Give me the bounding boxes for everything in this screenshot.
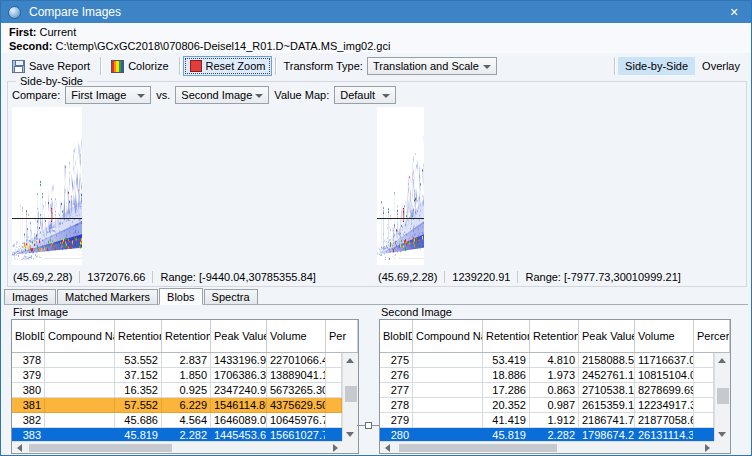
transform-type-combo[interactable]: Translation and Scale [367, 57, 497, 75]
table-splitter[interactable] [357, 421, 381, 430]
table-row-blob-382[interactable]: 38245.6864.5641646089.02210645976.723 [12, 413, 342, 428]
vertical-scrollbar[interactable] [714, 353, 730, 441]
column-header-blobid[interactable]: BlobID [12, 320, 45, 352]
cell: 2452761.123 [579, 368, 635, 382]
reset-zoom-button[interactable]: Reset Zoom [183, 56, 273, 76]
scroll-right-arrow-icon[interactable] [700, 441, 714, 454]
vertical-scrollbar[interactable] [342, 353, 358, 441]
scroll-left-arrow-icon[interactable] [380, 441, 394, 454]
table-row-blob-279[interactable]: 27941.4191.9122186741.74621877058.614 [380, 413, 714, 428]
column-header-retention-i[interactable]: Retention I [115, 320, 162, 352]
close-icon[interactable]: ✕ [717, 1, 751, 23]
first-chromatogram-image[interactable] [12, 107, 82, 265]
overlay-toggle[interactable]: Overlay [695, 57, 747, 75]
cell [326, 398, 342, 412]
tab-spectra[interactable]: Spectra [204, 289, 258, 304]
cell: 11716637.065 [635, 353, 694, 367]
column-header-peak-value[interactable]: Peak Value [579, 320, 635, 352]
cell: 278 [380, 398, 413, 412]
cell: 5673265.309 [267, 383, 326, 397]
cell [45, 368, 115, 382]
tab-matched-markers[interactable]: Matched Markers [57, 289, 158, 304]
cell: 380 [12, 383, 45, 397]
scrollbar-thumb[interactable] [345, 386, 357, 402]
first-table-label: First Image [13, 306, 68, 318]
scroll-left-arrow-icon[interactable] [12, 441, 26, 454]
first-image-combo[interactable]: First Image [65, 86, 151, 104]
status-separator [517, 271, 518, 283]
scrollbar-thumb[interactable] [399, 444, 557, 452]
tab-blobs[interactable]: Blobs [159, 288, 203, 305]
column-header-retention-ii[interactable]: Retention II [162, 320, 211, 352]
cell: 383 [12, 428, 45, 441]
cell: 0.925 [162, 383, 211, 397]
scrollbar-thumb[interactable] [29, 444, 172, 452]
tab-images[interactable]: Images [4, 289, 56, 304]
splitter-grip-icon[interactable] [365, 422, 372, 429]
reset-zoom-label: Reset Zoom [206, 60, 266, 72]
column-header-compound-name[interactable]: Compound Name [45, 320, 115, 352]
column-header-blobid[interactable]: BlobID [380, 320, 413, 352]
cell [326, 353, 342, 367]
floppy-disk-icon [12, 60, 25, 73]
table-row-blob-379[interactable]: 37937.1521.8501706386.33713889041.173 [12, 368, 342, 383]
column-header-percer[interactable]: Percer [694, 320, 730, 352]
table-row-blob-381[interactable]: 38157.5526.2291546114.8034375629.506 [12, 398, 342, 413]
cell: 10815104.026 [635, 368, 694, 382]
second-chromatogram-image[interactable] [377, 107, 424, 265]
transform-type-value: Translation and Scale [373, 60, 479, 72]
table-row-blob-280[interactable]: 28045.8192.2821798674.29226131114.340 [380, 428, 714, 441]
table-row-blob-378[interactable]: 37853.5522.8371433196.95422701066.453 [12, 353, 342, 368]
table-row-blob-380[interactable]: 38016.3520.9252347240.9325673265.309 [12, 383, 342, 398]
column-header-retention-i[interactable]: Retention I [483, 320, 530, 352]
horizontal-scrollbar[interactable] [380, 441, 714, 453]
cell [413, 353, 483, 367]
table-header: BlobIDCompound NameRetention IRetention … [380, 320, 730, 353]
scroll-down-arrow-icon[interactable] [715, 427, 729, 441]
column-header-per[interactable]: Per [326, 320, 358, 352]
value-range: Range: [-9440.04,30785355.84] [160, 271, 315, 283]
cursor-value: 1239220.91 [452, 271, 510, 283]
table-row-blob-277[interactable]: 27717.2860.8632710538.1008278699.691 [380, 383, 714, 398]
cell [413, 383, 483, 397]
status-separator [444, 271, 445, 283]
table-row-blob-276[interactable]: 27618.8861.9732452761.12310815104.026 [380, 368, 714, 383]
column-header-volume[interactable]: Volume [267, 320, 326, 352]
rainbow-palette-icon [111, 60, 124, 73]
scroll-down-arrow-icon[interactable] [343, 427, 357, 441]
scrollbar-thumb[interactable] [717, 388, 729, 404]
toolbar-separator [275, 57, 276, 75]
cell: 0.987 [530, 398, 579, 412]
column-header-volume[interactable]: Volume [635, 320, 694, 352]
value-range: Range: [-7977.73,30010999.21] [525, 271, 680, 283]
colorize-button[interactable]: Colorize [104, 56, 175, 77]
save-report-button[interactable]: Save Report [5, 56, 97, 77]
column-header-peak-value[interactable]: Peak Value [211, 320, 267, 352]
side-by-side-toggle[interactable]: Side-by-Side [618, 57, 695, 75]
horizontal-scrollbar[interactable] [12, 441, 342, 453]
column-header-retention-ii[interactable]: Retention II [530, 320, 579, 352]
table-row-blob-383[interactable]: 38345.8192.2821445453.68615661027.706 [12, 428, 342, 441]
cell: 2.282 [530, 428, 579, 441]
chevron-down-icon [137, 94, 145, 98]
scroll-up-arrow-icon[interactable] [343, 353, 357, 367]
scroll-up-arrow-icon[interactable] [715, 353, 729, 367]
cell: 4375629.506 [267, 398, 326, 412]
value-map-combo[interactable]: Default [334, 86, 396, 104]
cell: 1433196.954 [211, 353, 267, 367]
cell: 0.863 [530, 383, 579, 397]
scroll-right-arrow-icon[interactable] [328, 441, 342, 454]
second-combo-value: Second Image [181, 89, 252, 101]
cell: 277 [380, 383, 413, 397]
cell: 2.837 [162, 353, 211, 367]
first-image-info: First: Current [9, 26, 76, 38]
cell [326, 368, 342, 382]
cell: 37.152 [115, 368, 162, 382]
table-row-blob-278[interactable]: 27820.3520.9872615359.15812234917.356 [380, 398, 714, 413]
tab-bar: ImagesMatched MarkersBlobsSpectra [4, 288, 748, 305]
cell: 8278699.691 [635, 383, 694, 397]
second-image-combo[interactable]: Second Image [175, 86, 269, 104]
table-row-blob-275[interactable]: 27553.4194.8102158088.55711716637.065 [380, 353, 714, 368]
cell: 379 [12, 368, 45, 382]
column-header-compound-name[interactable]: Compound Name [413, 320, 483, 352]
